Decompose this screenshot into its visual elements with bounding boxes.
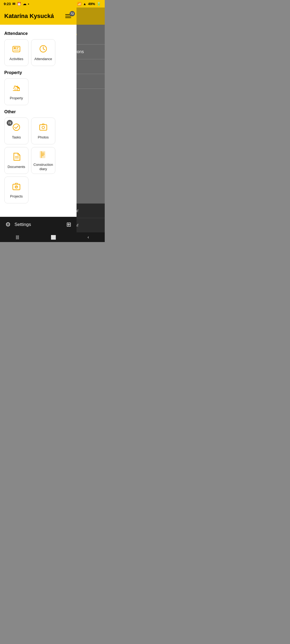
section-attendance: Attendance Activities [4,31,72,66]
documents-icon [12,152,21,163]
property-grid: Property [4,78,72,105]
photos-icon [39,123,48,133]
time: 9:23 [4,2,11,6]
settings-gear-icon[interactable]: ⚙ [5,221,11,228]
system-bar: ||| ⬜ ‹ [0,232,105,242]
tasks-label: Tasks [11,135,22,140]
status-icon-cloud: ☁ [23,2,26,6]
status-icon-dot: • [28,2,29,6]
home-button[interactable]: ⬜ [51,235,56,240]
documents-label: Documents [6,165,26,169]
status-icon-alarm: ⏰ [17,2,21,6]
recent-apps-button[interactable]: ||| [16,235,19,240]
attendance-grid: Activities Attendance [4,39,72,66]
attendance-icon [39,44,48,55]
section-title-attendance: Attendance [4,31,72,36]
battery-text: 49% [88,2,95,6]
construction-diary-label: Construction diary [31,163,55,171]
svg-rect-3 [16,48,18,49]
wifi-icon: 📶 [77,2,81,6]
property-label: Property [9,96,24,100]
activities-label: Activities [8,57,24,61]
svg-rect-4 [14,50,19,50]
construction-diary-icon [39,150,48,160]
grid-item-attendance[interactable]: Attendance [31,39,55,66]
section-title-property: Property [4,70,72,75]
attendance-label: Attendance [33,57,53,61]
grid-item-activities[interactable]: Activities [4,39,28,66]
app-wrapper: Language English Notifications Support T… [0,8,105,232]
grid-item-projects[interactable]: Projects [4,177,28,203]
section-other: Other 72 Tasks [4,109,72,203]
photos-label: Photos [37,135,50,140]
property-icon [12,83,21,94]
svg-point-10 [13,124,20,130]
bottom-nav-left: ⚙ Settings [5,221,31,228]
svg-line-7 [43,49,45,50]
section-title-other: Other [4,109,72,114]
grid-item-photos[interactable]: Photos [31,118,55,144]
menu-line-2 [65,16,71,16]
svg-rect-0 [13,46,20,52]
status-bar: 9:23 ✉ ⏰ ☁ • 📶 ▲ 49% 🔋 [0,0,105,8]
svg-rect-16 [41,151,42,158]
settings-label[interactable]: Settings [15,222,31,227]
main-panel: Katarína Kysucká 72 Attendance [0,8,77,232]
section-property: Property [4,70,72,105]
app-header: Katarína Kysucká 72 [0,8,77,25]
svg-rect-1 [14,47,16,49]
other-grid: 72 Tasks [4,118,72,203]
status-icon-email: ✉ [12,2,15,6]
battery-icon: 🔋 [97,2,101,6]
tasks-badge: 72 [7,120,13,126]
menu-line-3 [65,17,71,18]
activities-icon [12,44,21,55]
projects-label: Projects [9,194,24,199]
bottom-nav: ⚙ Settings ⊞ [0,217,77,232]
grid-item-construction-diary[interactable]: Construction diary [31,147,55,174]
scroll-content: Attendance Activities [0,25,77,217]
grid-view-icon[interactable]: ⊞ [66,221,71,228]
svg-rect-2 [16,47,19,48]
back-button[interactable]: ‹ [88,235,89,240]
user-name: Katarína Kysucká [4,13,54,20]
projects-icon [12,182,21,192]
tasks-icon [12,123,21,133]
grid-item-documents[interactable]: Documents [4,147,28,174]
menu-badge: 72 [70,11,75,16]
menu-button[interactable]: 72 [64,13,72,19]
grid-item-tasks[interactable]: 72 Tasks [4,118,28,144]
signal-icon: ▲ [83,2,86,6]
grid-item-property[interactable]: Property [4,78,28,105]
svg-point-12 [42,126,44,129]
svg-rect-11 [40,125,47,130]
